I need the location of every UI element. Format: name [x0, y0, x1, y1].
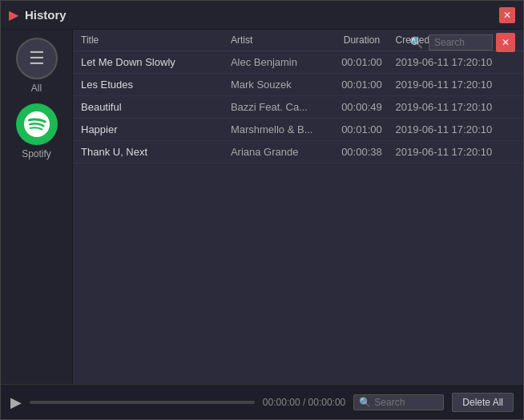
table-row[interactable]: Thank U, Next Ariana Grande 00:00:38 201… [73, 141, 523, 164]
table-row[interactable]: Les Etudes Mark Souzek 00:01:00 2019-06-… [73, 74, 523, 96]
cell-duration: 00:01:00 [328, 123, 395, 135]
cell-duration: 00:00:49 [328, 101, 395, 113]
table-row[interactable]: Happier Marshmello & B... 00:01:00 2019-… [73, 119, 523, 141]
cell-title: Let Me Down Slowly [81, 56, 231, 68]
table-row[interactable]: Let Me Down Slowly Alec Benjamin 00:01:0… [73, 51, 523, 74]
search-bottom-icon: 🔍 [359, 397, 371, 408]
cell-created: 2019-06-11 17:20:10 [395, 56, 515, 68]
table-row[interactable]: Beautiful Bazzi Feat. Ca... 00:00:49 201… [73, 96, 523, 119]
table-body: Let Me Down Slowly Alec Benjamin 00:01:0… [73, 51, 523, 384]
cell-artist: Marshmello & B... [231, 123, 328, 135]
cell-created: 2019-06-11 17:20:10 [395, 101, 515, 113]
cell-created: 2019-06-11 17:20:10 [395, 146, 515, 158]
cell-title: Thank U, Next [81, 146, 231, 158]
cell-artist: Bazzi Feat. Ca... [231, 101, 328, 113]
cell-artist: Alec Benjamin [231, 56, 328, 68]
cell-title: Les Etudes [81, 79, 231, 91]
header-search-input[interactable] [429, 34, 493, 50]
bottom-bar: ▶ 00:00:00 / 00:00:00 🔍 Delete All [1, 384, 523, 419]
close-button[interactable]: ✕ [499, 7, 515, 23]
header-delete-button[interactable]: ✕ [496, 33, 515, 52]
cell-duration: 00:01:00 [328, 56, 395, 68]
cell-title: Beautiful [81, 101, 231, 113]
cell-artist: Mark Souzek [231, 79, 328, 91]
cell-duration: 00:01:00 [328, 79, 395, 91]
all-icon: ☰ [16, 38, 58, 79]
history-window: ▶ History ✕ ☰ All Spotify [0, 0, 524, 420]
col-header-title: Title [81, 34, 231, 46]
titlebar: ▶ History ✕ [1, 1, 523, 30]
spotify-icon [16, 103, 58, 145]
main-content: ☰ All Spotify Title Artist Duration [1, 30, 523, 384]
search-icon-button[interactable]: 🔍 [406, 33, 425, 52]
sidebar-item-all[interactable]: ☰ All [16, 38, 58, 94]
table-header: Title Artist Duration Created Time ▼ 🔍 ✕ [73, 30, 523, 51]
sidebar-all-label: All [31, 83, 42, 94]
header-actions: 🔍 ✕ [406, 33, 515, 52]
delete-all-button[interactable]: Delete All [452, 393, 514, 412]
sidebar: ☰ All Spotify [1, 30, 73, 384]
col-header-artist: Artist [231, 34, 328, 46]
time-display: 00:00:00 / 00:00:00 [263, 397, 345, 408]
search-bottom: 🔍 [353, 394, 444, 410]
cell-created: 2019-06-11 17:20:10 [395, 123, 515, 135]
cell-created: 2019-06-11 17:20:10 [395, 79, 515, 91]
cell-title: Happier [81, 123, 231, 135]
sidebar-spotify-label: Spotify [22, 148, 51, 160]
cell-artist: Ariana Grande [231, 146, 328, 158]
col-header-duration: Duration [328, 34, 395, 46]
bottom-search-input[interactable] [374, 397, 438, 408]
content-area: Title Artist Duration Created Time ▼ 🔍 ✕… [73, 30, 523, 384]
sidebar-item-spotify[interactable]: Spotify [16, 103, 58, 160]
play-button[interactable]: ▶ [10, 394, 22, 411]
window-title: History [25, 8, 499, 22]
title-icon: ▶ [9, 7, 18, 22]
cell-duration: 00:00:38 [328, 146, 395, 158]
progress-bar[interactable] [30, 401, 255, 404]
